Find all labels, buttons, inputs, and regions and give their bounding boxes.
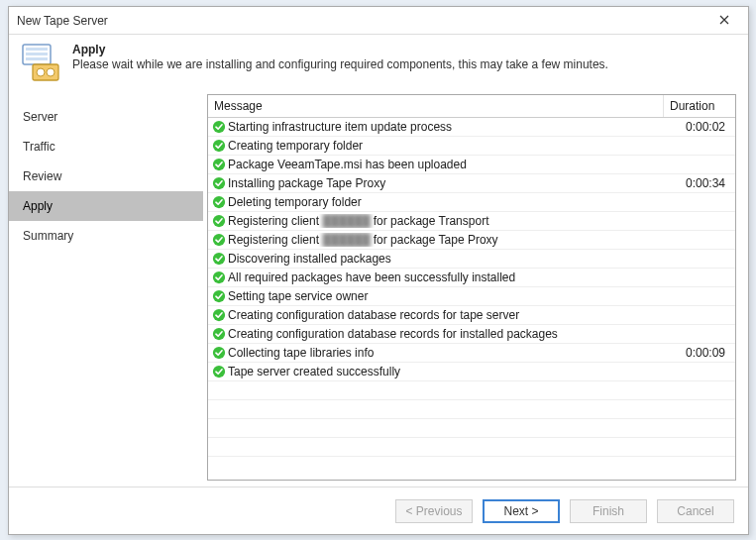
table-row-empty	[208, 419, 735, 438]
step-title: Apply	[72, 43, 608, 56]
row-duration: 0:00:34	[664, 176, 735, 190]
wizard-icon	[21, 43, 62, 84]
wizard-body: ServerTrafficReviewApplySummary Message …	[9, 90, 748, 486]
svg-rect-2	[26, 53, 48, 55]
svg-point-11	[213, 196, 225, 208]
table-row[interactable]: Discovering installed packages	[208, 250, 735, 269]
window-title: New Tape Server	[17, 14, 708, 28]
row-message: Setting tape service owner	[228, 289, 664, 303]
previous-button: < Previous	[395, 499, 473, 523]
success-icon	[208, 233, 228, 247]
grid-header: Message Duration	[208, 95, 735, 118]
next-button[interactable]: Next >	[483, 499, 560, 523]
svg-point-17	[213, 309, 225, 321]
svg-point-15	[213, 271, 225, 283]
wizard-window: New Tape Server Apply Please wait while …	[8, 6, 749, 535]
sidebar-item-traffic[interactable]: Traffic	[9, 132, 203, 162]
row-message: Collecting tape libraries info	[228, 346, 664, 360]
svg-point-9	[213, 159, 225, 170]
svg-point-13	[213, 234, 225, 246]
svg-point-14	[213, 253, 225, 265]
svg-point-5	[37, 68, 45, 76]
titlebar: New Tape Server	[9, 7, 748, 35]
row-message: Creating temporary folder	[228, 139, 664, 153]
wizard-header-text: Apply Please wait while we are installin…	[72, 43, 608, 84]
sidebar-item-server[interactable]: Server	[9, 102, 203, 132]
table-row[interactable]: Deleting temporary folder	[208, 193, 735, 212]
column-header-message[interactable]: Message	[208, 95, 664, 117]
svg-rect-3	[26, 57, 48, 60]
close-button[interactable]	[708, 10, 740, 32]
table-row[interactable]: Registering client ██████ for package Tr…	[208, 212, 735, 231]
table-row-empty	[208, 381, 735, 400]
svg-point-8	[213, 140, 225, 152]
table-row[interactable]: Creating configuration database records …	[208, 306, 735, 325]
success-icon	[208, 120, 228, 134]
wizard-sidebar: ServerTrafficReviewApplySummary	[9, 94, 203, 486]
success-icon	[208, 289, 228, 303]
row-message: Registering client ██████ for package Tr…	[228, 214, 664, 228]
row-message: Registering client ██████ for package Ta…	[228, 233, 664, 247]
svg-point-16	[213, 290, 225, 302]
grid-body[interactable]: Starting infrastructure item update proc…	[208, 118, 735, 480]
finish-button: Finish	[570, 499, 647, 523]
success-icon	[208, 214, 228, 228]
table-row[interactable]: Registering client ██████ for package Ta…	[208, 231, 735, 250]
progress-grid: Message Duration Starting infrastructure…	[207, 94, 736, 481]
svg-point-18	[213, 328, 225, 340]
svg-point-12	[213, 215, 225, 227]
row-message: Creating configuration database records …	[228, 327, 664, 341]
success-icon	[208, 195, 228, 209]
table-row[interactable]: Creating configuration database records …	[208, 325, 735, 344]
table-row[interactable]: Setting tape service owner	[208, 287, 735, 306]
table-row[interactable]: Installing package Tape Proxy0:00:34	[208, 174, 735, 193]
table-row-empty	[208, 438, 735, 457]
table-row[interactable]: Starting infrastructure item update proc…	[208, 118, 735, 137]
success-icon	[208, 346, 228, 360]
close-icon	[719, 15, 729, 25]
wizard-main: Message Duration Starting infrastructure…	[207, 94, 736, 486]
table-row[interactable]: Creating temporary folder	[208, 137, 735, 156]
table-row[interactable]: Tape server created successfully	[208, 363, 735, 381]
sidebar-item-review[interactable]: Review	[9, 162, 203, 191]
success-icon	[208, 327, 228, 341]
svg-point-20	[213, 366, 225, 378]
row-message: Creating configuration database records …	[228, 308, 664, 322]
table-row-empty	[208, 400, 735, 419]
row-duration: 0:00:02	[664, 120, 735, 134]
success-icon	[208, 308, 228, 322]
row-duration: 0:00:09	[664, 346, 735, 360]
sidebar-item-summary[interactable]: Summary	[9, 221, 203, 251]
svg-rect-1	[26, 48, 48, 51]
sidebar-item-apply[interactable]: Apply	[9, 191, 203, 221]
table-row[interactable]: All required packages have been successf…	[208, 269, 735, 287]
success-icon	[208, 252, 228, 266]
wizard-header: Apply Please wait while we are installin…	[9, 35, 748, 90]
success-icon	[208, 365, 228, 378]
row-message: Starting infrastructure item update proc…	[228, 120, 664, 134]
step-description: Please wait while we are installing and …	[72, 57, 608, 71]
table-row[interactable]: Package VeeamTape.msi has been uploaded	[208, 156, 735, 174]
cancel-button: Cancel	[657, 499, 734, 523]
svg-point-10	[213, 177, 225, 189]
row-message: Discovering installed packages	[228, 252, 664, 266]
row-message: Installing package Tape Proxy	[228, 176, 664, 190]
svg-point-19	[213, 347, 225, 359]
success-icon	[208, 176, 228, 190]
success-icon	[208, 158, 228, 171]
row-message: All required packages have been successf…	[228, 270, 664, 284]
column-header-duration[interactable]: Duration	[664, 95, 735, 117]
row-message: Deleting temporary folder	[228, 195, 664, 209]
wizard-footer: < Previous Next > Finish Cancel	[9, 486, 748, 534]
success-icon	[208, 270, 228, 284]
svg-point-6	[47, 68, 54, 76]
row-message: Tape server created successfully	[228, 365, 664, 378]
success-icon	[208, 139, 228, 153]
table-row[interactable]: Collecting tape libraries info0:00:09	[208, 344, 735, 363]
svg-point-7	[213, 121, 225, 133]
row-message: Package VeeamTape.msi has been uploaded	[228, 158, 664, 171]
